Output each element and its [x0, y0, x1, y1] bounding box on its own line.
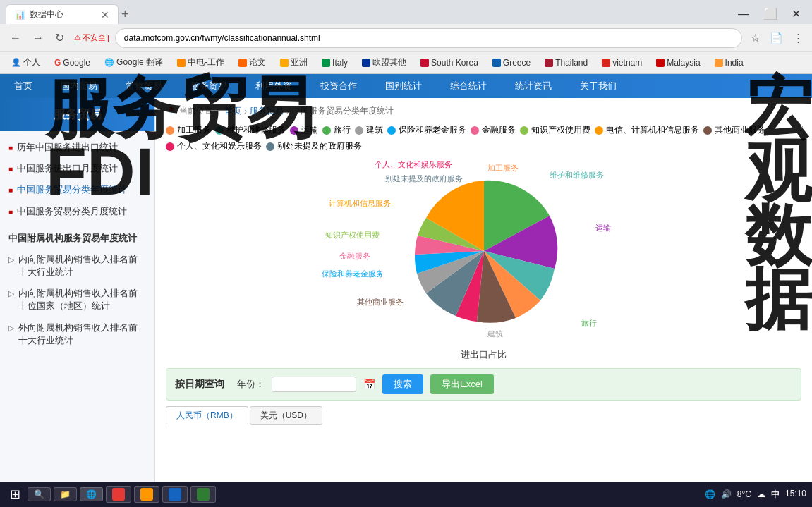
back-button[interactable]: ← — [6, 30, 25, 46]
export-button[interactable]: 导出Excel — [430, 374, 494, 394]
bookmark-personal-label: 个人 — [23, 56, 40, 68]
bookmark-zhongdian[interactable]: 中电-工作 — [171, 55, 230, 70]
taskbar-orange-app[interactable] — [134, 486, 159, 503]
nav-fdi[interactable]: 利用外资 — [241, 74, 306, 98]
bookmark-translate[interactable]: 🌐 Google 翻译 — [99, 55, 169, 70]
legend-dot-geren — [166, 142, 174, 151]
orange-app-icon — [140, 488, 153, 501]
sidebar-item-classified-annual[interactable]: ■ 中国服务贸易分类年度统计 — [0, 179, 154, 200]
new-tab-button[interactable]: + — [121, 7, 129, 22]
tab-close-btn[interactable]: ✕ — [101, 9, 109, 20]
bookmark-lunwen[interactable]: 论文 — [233, 55, 272, 70]
browser-actions: ☆ 📄 ⋮ — [748, 30, 806, 46]
nav-home[interactable]: 首页 — [0, 74, 47, 98]
forward-button[interactable]: → — [28, 30, 48, 46]
taskbar-file-explorer[interactable]: 📁 — [54, 487, 77, 501]
bookmark-malaysia-label: Malaysia — [667, 58, 700, 68]
sidebar-item-annual-import-export[interactable]: ■ 历年中国服务进出口统计 — [0, 137, 154, 158]
bookmark-vietnam-label: vietnam — [612, 58, 642, 68]
legend-jiagong: 加工服务 — [166, 124, 211, 136]
thailand-icon — [545, 59, 553, 67]
eu-icon — [362, 59, 370, 67]
minimize-btn[interactable]: — — [732, 6, 755, 22]
year-label: 年份： — [237, 378, 265, 391]
nav-investment[interactable]: 投资合作 — [306, 74, 371, 98]
sidebar: 服务贸易 ■ 历年中国服务进出口统计 ■ 中国服务进出口月度统计 ■ 中国服务贸… — [0, 98, 155, 506]
start-button[interactable]: ⊞ — [6, 485, 25, 503]
chart-area: 加工服务 维护和维修服务 运输 旅行 建筑 保险和养老金服务 金融服务 知识产权… — [166, 159, 801, 345]
breadcrumb-services-link[interactable]: 服务贸易 — [250, 105, 284, 117]
legend-dot-jianzhu — [355, 126, 363, 135]
breadcrumb-home-link[interactable]: 首页 — [224, 105, 241, 117]
nav-domestic[interactable]: 国内贸易 — [47, 74, 111, 98]
sidebar-item-outbound-industry[interactable]: ▷ 外向附属机构销售收入排名前十大行业统计 — [0, 317, 154, 351]
bookmark-south-korea[interactable]: South Korea — [415, 56, 484, 69]
bookmark-eu-other[interactable]: 欧盟其他 — [356, 55, 412, 70]
reader-mode-btn[interactable]: 📄 — [767, 30, 786, 46]
sidebar-item-inbound-country[interactable]: ▷ 内向附属机构销售收入排名前十位国家（地区）统计 — [0, 283, 154, 317]
year-input[interactable] — [272, 377, 356, 392]
bookmark-asia[interactable]: 亚洲 — [274, 55, 313, 70]
sidebar-item-classified-monthly[interactable]: ■ 中国服务贸易分类月度统计 — [0, 201, 154, 222]
pie-label-jinrong: 金融服务 — [339, 251, 370, 262]
close-btn[interactable]: ✕ — [786, 6, 806, 22]
refresh-button[interactable]: ↻ — [51, 30, 68, 46]
breadcrumb-sep-1: › — [244, 106, 247, 116]
bookmark-google[interactable]: G Google — [49, 56, 96, 69]
maximize-btn[interactable]: ⬜ — [758, 6, 783, 22]
bookmark-india[interactable]: India — [709, 56, 749, 69]
legend-jinrong: 金融服务 — [471, 124, 516, 136]
url-input[interactable] — [115, 28, 742, 48]
sidebar-item-inbound-industry[interactable]: ▷ 内向附属机构销售收入排名前十大行业统计 — [0, 249, 154, 283]
sidebar-item-monthly-import-export[interactable]: ■ 中国服务进出口月度统计 — [0, 158, 154, 179]
asia-icon — [280, 59, 289, 67]
main-content: 📍 当前位置： 首页 › 服务贸易 › 中国服务贸易分类年度统计 加工服务 维护… — [155, 98, 812, 506]
volume-icon: 🔊 — [721, 489, 732, 499]
taskbar-blue-app[interactable] — [162, 486, 188, 503]
bookmark-italy[interactable]: Italy — [316, 56, 353, 69]
bookmark-thailand[interactable]: Thailand — [539, 56, 593, 69]
sidebar-item-label-4: 中国服务贸易分类月度统计 — [17, 205, 127, 218]
currency-tab-usd[interactable]: 美元（USD） — [250, 406, 322, 425]
legend-zhishi: 知识产权使用费 — [520, 124, 590, 136]
sidebar-item-label-2: 中国服务进出口月度统计 — [17, 162, 118, 175]
window-controls: — ⬜ ✕ — [727, 0, 812, 28]
calendar-icon[interactable]: 📅 — [363, 379, 375, 390]
settings-btn[interactable]: ⋮ — [790, 30, 806, 46]
address-bar: ← → ↻ ⚠ 不安全 | ☆ 📄 ⋮ — [0, 24, 812, 52]
legend-label-dianxin: 电信、计算机和信息服务 — [606, 124, 699, 136]
currency-tab-rmb[interactable]: 人民币（RMB） — [166, 406, 248, 425]
nav-about[interactable]: 关于我们 — [566, 74, 631, 98]
active-tab[interactable]: 📊 数据中心 ✕ — [6, 4, 119, 24]
taskbar-red-app[interactable] — [106, 486, 131, 503]
legend-biecha: 别处未提及的政府服务 — [266, 140, 362, 152]
nav-goods[interactable]: 货物贸易 — [111, 74, 176, 98]
taskbar-search[interactable]: 🔍 — [28, 487, 51, 501]
search-button[interactable]: 搜索 — [382, 374, 423, 394]
breadcrumb-label: 当前位置： — [179, 105, 222, 117]
bookmark-vietnam[interactable]: vietnam — [596, 56, 648, 69]
bookmark-personal[interactable]: 👤 个人 — [6, 55, 46, 70]
bookmark-greece[interactable]: Greece — [487, 56, 536, 69]
sidebar-subsection-title: 中国附属机构服务贸易年度统计 — [0, 228, 154, 249]
legend-label-jianzhu: 建筑 — [366, 124, 383, 136]
search-label: 按日期查询 — [175, 378, 224, 391]
nav-comprehensive[interactable]: 综合统计 — [436, 74, 501, 98]
greece-icon — [492, 59, 501, 67]
tab-favicon: 📊 — [15, 10, 25, 20]
legend-label-jiagong: 加工服务 — [177, 124, 211, 136]
bookmark-star-btn[interactable]: ☆ — [748, 30, 763, 46]
bookmarks-bar: 👤 个人 G Google 🌐 Google 翻译 中电-工作 论文 亚洲 It… — [0, 52, 812, 73]
bookmark-malaysia[interactable]: Malaysia — [650, 56, 705, 69]
taskbar-green-app[interactable] — [190, 486, 216, 503]
nav-services[interactable]: 服务贸易 — [176, 74, 241, 98]
nav-stats-news[interactable]: 统计资讯 — [501, 74, 566, 98]
vietnam-icon — [602, 59, 610, 67]
legend-dot-weihu — [215, 126, 224, 135]
nav-country[interactable]: 国别统计 — [371, 74, 436, 98]
browser-chrome: 📊 数据中心 ✕ + — ⬜ ✕ ← → ↻ ⚠ 不安全 | ☆ 📄 ⋮ — [0, 0, 812, 74]
bookmark-personal-icon: 👤 — [11, 58, 21, 67]
taskbar-browser[interactable]: 🌐 — [80, 487, 103, 501]
legend-dot-dianxin — [595, 126, 603, 135]
security-badge: ⚠ 不安全 | — [74, 32, 109, 43]
